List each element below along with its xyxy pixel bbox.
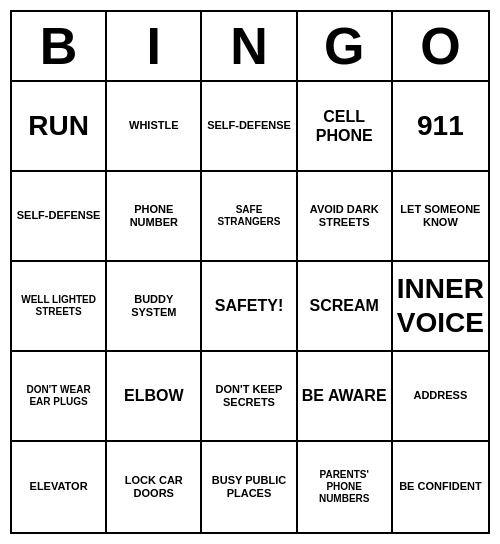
bingo-letter: B xyxy=(12,12,107,80)
bingo-cell: SAFE STRANGERS xyxy=(202,172,297,262)
bingo-cell: DON'T KEEP SECRETS xyxy=(202,352,297,442)
bingo-cell: BUSY PUBLIC PLACES xyxy=(202,442,297,532)
bingo-cell: ELBOW xyxy=(107,352,202,442)
bingo-cell: ELEVATOR xyxy=(12,442,107,532)
bingo-header: BINGO xyxy=(12,12,488,82)
bingo-letter: G xyxy=(298,12,393,80)
bingo-letter: N xyxy=(202,12,297,80)
bingo-cell: WELL LIGHTED STREETS xyxy=(12,262,107,352)
bingo-cell: PARENTS' PHONE NUMBERS xyxy=(298,442,393,532)
bingo-cell: SELF-DEFENSE xyxy=(202,82,297,172)
bingo-cell: LET SOMEONE KNOW xyxy=(393,172,488,262)
bingo-card: BINGO RUNWHISTLESELF-DEFENSECELL PHONE91… xyxy=(10,10,490,534)
bingo-cell: PHONE NUMBER xyxy=(107,172,202,262)
bingo-cell: BE CONFIDENT xyxy=(393,442,488,532)
bingo-cell: SAFETY! xyxy=(202,262,297,352)
bingo-cell: CELL PHONE xyxy=(298,82,393,172)
bingo-cell: AVOID DARK STREETS xyxy=(298,172,393,262)
bingo-cell: SCREAM xyxy=(298,262,393,352)
bingo-cell: LOCK CAR DOORS xyxy=(107,442,202,532)
bingo-cell: DON'T WEAR EAR PLUGS xyxy=(12,352,107,442)
bingo-cell: RUN xyxy=(12,82,107,172)
bingo-cell: INNER VOICE xyxy=(393,262,488,352)
bingo-letter: I xyxy=(107,12,202,80)
bingo-cell: ADDRESS xyxy=(393,352,488,442)
bingo-cell: WHISTLE xyxy=(107,82,202,172)
bingo-cell: 911 xyxy=(393,82,488,172)
bingo-cell: BUDDY SYSTEM xyxy=(107,262,202,352)
bingo-cell: BE AWARE xyxy=(298,352,393,442)
bingo-grid: RUNWHISTLESELF-DEFENSECELL PHONE911SELF-… xyxy=(12,82,488,532)
bingo-letter: O xyxy=(393,12,488,80)
bingo-cell: SELF-DEFENSE xyxy=(12,172,107,262)
